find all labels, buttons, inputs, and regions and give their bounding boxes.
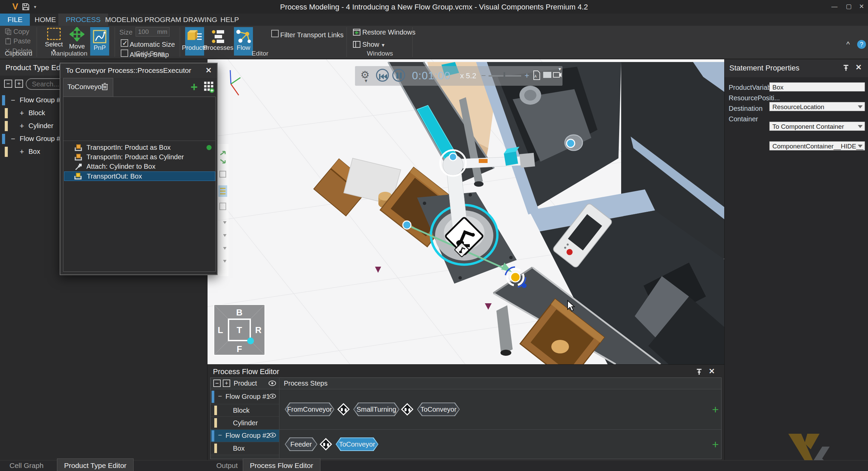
- pfe-row-block[interactable]: Block: [211, 404, 279, 417]
- show-dropdown-icon: ▼: [381, 42, 386, 48]
- waypoint-box[interactable]: [403, 221, 411, 229]
- step-smallturning[interactable]: SmallTurning: [353, 403, 399, 416]
- filter-transport-links-label: Filter Transport Links: [280, 31, 343, 39]
- show-button[interactable]: Show ▼: [353, 41, 386, 48]
- close-icon[interactable]: ✕: [205, 66, 212, 75]
- statement-flow-canvas[interactable]: [63, 97, 215, 141]
- close-button[interactable]: ✕: [856, 2, 867, 11]
- step-fromconveyor[interactable]: FromConveyor: [285, 403, 334, 416]
- collapse-all-button[interactable]: −: [4, 80, 12, 88]
- pin-icon[interactable]: [843, 64, 849, 73]
- pfe-row-box[interactable]: Box: [211, 442, 279, 455]
- product-column-header: Product: [234, 380, 257, 387]
- waypoint-conveyor[interactable]: [449, 153, 457, 161]
- overlay-dropdown-icon[interactable]: ▼: [558, 67, 562, 71]
- speed-slider-handle[interactable]: [504, 72, 505, 80]
- eye-icon[interactable]: [269, 432, 276, 439]
- executor-tab[interactable]: ToConveyor: [63, 78, 113, 97]
- copy-button[interactable]: Copy: [5, 28, 29, 36]
- statement-transport-out-box[interactable]: TransportOut: Box: [64, 171, 215, 181]
- pin-icon[interactable]: [696, 368, 703, 377]
- restore-windows-button[interactable]: Restore Windows: [353, 28, 415, 36]
- step-toconveyor-selected[interactable]: ToConveyor: [336, 437, 378, 451]
- minimize-button[interactable]: —: [829, 2, 840, 11]
- processes-button[interactable]: Processes: [209, 27, 228, 56]
- step-feeder[interactable]: Feeder: [285, 437, 317, 451]
- tab-help[interactable]: HELP: [213, 14, 246, 26]
- eye-icon[interactable]: [268, 380, 276, 388]
- record-screen-icon[interactable]: [543, 71, 552, 80]
- expand-icon[interactable]: +: [20, 122, 24, 130]
- settings-dropdown-icon[interactable]: ▼: [364, 78, 368, 83]
- transport-link-icon[interactable]: [401, 403, 414, 416]
- collapse-icon[interactable]: −: [11, 96, 15, 105]
- pfe-row-cylinder[interactable]: Cylinder: [211, 417, 279, 430]
- automatic-size-checkbox[interactable]: Automatic Size: [121, 39, 175, 48]
- statement-label: Attach: Cylinder to Box: [86, 163, 155, 170]
- trash-icon[interactable]: [101, 82, 108, 92]
- products-button[interactable]: Products: [185, 27, 204, 56]
- size-input[interactable]: [136, 27, 156, 36]
- collapse-icon[interactable]: −: [218, 431, 222, 439]
- tab-file[interactable]: FILE: [0, 14, 30, 26]
- filter-transport-links-checkbox[interactable]: Filter Transport Links: [271, 30, 343, 39]
- help-button[interactable]: ?: [857, 40, 866, 49]
- select-button[interactable]: Select ▼: [43, 27, 64, 53]
- add-statement-button[interactable]: +: [191, 81, 198, 93]
- resource-position-dropdown[interactable]: ResourceLocation: [769, 102, 865, 111]
- pause-button[interactable]: [392, 69, 405, 82]
- expand-all-button[interactable]: +: [15, 80, 23, 88]
- speed-increase-button[interactable]: +: [525, 71, 529, 80]
- gripped-cyan-part: [504, 151, 518, 166]
- transport-in-icon: [74, 153, 82, 162]
- pnp-button[interactable]: PnP: [90, 27, 109, 56]
- collapse-all-button[interactable]: −: [213, 380, 221, 387]
- waypoint-machine[interactable]: [567, 139, 575, 147]
- close-icon[interactable]: ✕: [855, 63, 862, 72]
- product-variable-field[interactable]: Box: [769, 82, 865, 91]
- reset-simulation-button[interactable]: [376, 69, 389, 82]
- move-button[interactable]: Move: [66, 27, 87, 50]
- transport-in-icon: [74, 144, 82, 153]
- nav-cube[interactable]: B L T R F: [214, 304, 265, 355]
- expand-all-button[interactable]: +: [223, 380, 230, 387]
- expand-icon[interactable]: +: [20, 147, 24, 156]
- simulation-playback-bar: ⚙ ▼ 0:01:00 x 5.2 − + A ▼: [355, 66, 563, 86]
- add-step-button[interactable]: +: [712, 439, 719, 449]
- paste-button[interactable]: Paste: [5, 37, 31, 45]
- statement-attach[interactable]: Attach: Cylinder to Box: [64, 162, 215, 171]
- statement-transport-in-box[interactable]: TransportIn: Product as Box: [64, 143, 215, 152]
- pfe-row-flow-group-1[interactable]: − Flow Group #1: [211, 389, 279, 404]
- flow-button[interactable]: Flow: [234, 27, 253, 56]
- tab-cell-graph[interactable]: Cell Graph: [3, 460, 50, 471]
- eye-icon[interactable]: [269, 393, 276, 400]
- speed-decrease-button[interactable]: −: [481, 71, 486, 80]
- statement-grid-button[interactable]: [203, 81, 214, 95]
- destination-dropdown[interactable]: To Component Container: [769, 122, 865, 131]
- pfe-row-flow-group-2[interactable]: − Flow Group #2: [211, 430, 279, 442]
- camera-icon[interactable]: [553, 71, 562, 80]
- collapse-icon[interactable]: −: [11, 135, 15, 143]
- group-color-bar: [2, 134, 5, 144]
- close-icon[interactable]: ✕: [709, 367, 715, 376]
- tab-product-type-editor[interactable]: Product Type Editor: [57, 458, 134, 471]
- tree-item-label: Box: [28, 148, 40, 156]
- tab-home[interactable]: HOME: [27, 14, 63, 26]
- add-step-button[interactable]: +: [712, 404, 719, 414]
- export-pdf-icon[interactable]: A: [533, 70, 541, 82]
- tab-output[interactable]: Output: [210, 460, 244, 471]
- collapse-icon[interactable]: −: [218, 392, 222, 400]
- tab-process-flow-editor[interactable]: Process Flow Editor: [243, 458, 320, 471]
- step-toconveyor[interactable]: ToConveyor: [417, 403, 460, 416]
- container-dropdown[interactable]: ComponentContainer__HIDE__: [769, 141, 865, 150]
- collapse-ribbon-button[interactable]: ^: [846, 40, 850, 49]
- viewport-side-toolbar[interactable]: [216, 144, 229, 276]
- statement-transport-in-cylinder[interactable]: TransportIn: Product as Cylinder: [64, 152, 215, 162]
- statement-properties-title: Statement Properties: [729, 64, 800, 73]
- statement-label: TransportIn: Product as Cylinder: [86, 153, 184, 161]
- expand-icon[interactable]: +: [20, 109, 24, 118]
- transport-link-icon[interactable]: [337, 403, 350, 416]
- maximize-button[interactable]: ▢: [843, 2, 854, 11]
- 3d-viewport[interactable]: B L T R F ⚙ ▼ 0:01:00 x 5.2 −: [208, 59, 724, 364]
- transport-link-icon[interactable]: [320, 438, 332, 451]
